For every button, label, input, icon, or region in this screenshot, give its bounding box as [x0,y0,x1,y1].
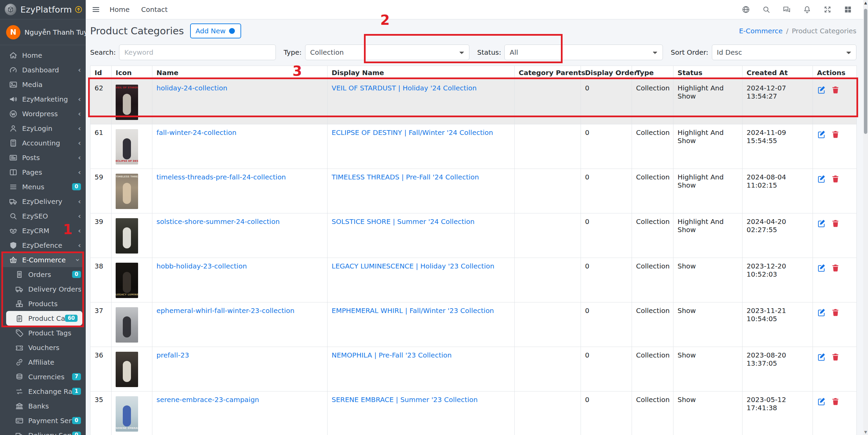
trash-icon[interactable] [831,174,840,184]
trash-icon[interactable] [831,397,840,406]
sidebar-item-banks[interactable]: Banks [0,399,86,413]
type-select[interactable]: Collection [305,45,469,60]
user-panel[interactable]: N Nguyễn Thanh Tuyền [0,19,86,45]
trash-icon[interactable] [831,85,840,94]
trash-icon[interactable] [831,263,840,273]
trash-icon[interactable] [831,219,840,228]
search-input[interactable] [119,45,276,60]
column-header-name: Name [152,66,328,80]
edit-icon[interactable] [817,174,826,184]
category-display-name-link[interactable]: VEIL OF STARDUST | Holiday '24 Collectio… [332,84,477,92]
sidebar-item-orders[interactable]: Orders0 [0,267,86,282]
edit-icon[interactable] [817,397,826,406]
category-display-name-link[interactable]: SOLSTICE SHORE | Summer '24 Collection [332,218,474,226]
edit-icon[interactable] [817,85,826,94]
cell-display-order: 0 [581,347,632,392]
category-display-name-link[interactable]: ECLIPSE OF DESTINY | Fall/Winter '24 Col… [332,128,493,137]
category-name-link[interactable]: prefall-23 [156,351,189,359]
category-display-name-link[interactable]: TIMELESS THREADS | Pre-Fall '24 Collecti… [332,173,479,181]
topnav-link-contact[interactable]: Contact [141,5,168,14]
plus-circle-icon [228,27,236,35]
category-name-link[interactable]: serene-embrace-23-campaign [156,396,259,404]
breadcrumb-ecommerce-link[interactable]: E-Commerce [739,27,783,35]
sidebar-item-label: Currencies [28,373,65,381]
globe-icon[interactable] [741,5,750,14]
category-name-link[interactable]: ephemeral-whirl-fall-winter-23-collectio… [156,307,295,315]
sidebar-item-e-commerce[interactable]: E-Commerce‹ [2,253,84,267]
cell-type: Collection [632,213,673,258]
sidebar-item-accounting[interactable]: Accounting‹ [0,136,86,150]
category-display-name-link[interactable]: SERENE EMBRACE | Summer '23 Collection [332,396,478,404]
trash-icon[interactable] [831,130,840,139]
cell-icon [112,347,152,392]
sidebar-item-ezylogin[interactable]: EzyLogin‹ [0,121,86,136]
grid-icon[interactable] [844,5,852,14]
edit-icon[interactable] [817,352,826,362]
sidebar-item-ezyseo[interactable]: EzySEO‹ [0,209,86,223]
add-new-button[interactable]: Add New [190,23,241,38]
sidebar-item-posts[interactable]: Posts‹ [0,150,86,165]
category-display-name-link[interactable]: EMPHEMERAL WHIRL | Fall/Winter '23 Colle… [332,307,494,315]
page-scrollbar[interactable]: ▲ ▼ [863,0,868,435]
category-name-link[interactable]: holiday-24-collection [156,84,227,92]
category-display-name-link[interactable]: NEMOPHILA | Pre-Fall '23 Collection [332,351,452,359]
sidebar-item-vouchers[interactable]: Vouchers [0,340,86,355]
sidebar-item-home[interactable]: Home [0,48,86,63]
scrollbar-down-arrow[interactable]: ▼ [863,430,868,434]
sidebar-item-ezycrm[interactable]: EzyCRM‹ [0,223,86,238]
sidebar-item-product-tags[interactable]: Product Tags [0,326,86,340]
sidebar-item-media[interactable]: Media [0,77,86,92]
sidebar-item-currencies[interactable]: Currencies7 [0,369,86,384]
category-name-link[interactable]: timeless-threads-pre-fall-24-collection [156,173,286,181]
sidebar-item-pages[interactable]: Pages‹ [0,165,86,179]
cell-icon: ECLIPSE OF DESTINY [112,124,152,169]
page-title: Product Categories [90,25,184,37]
sidebar-item-payment-services[interactable]: Payment Services0 [0,413,86,428]
category-display-name-link[interactable]: LEGACY LUMINESCENCE | Holiday '23 Collec… [332,262,494,270]
sidebar-item-delivery-orders[interactable]: Delivery Orders [0,282,86,296]
sidebar-item-products[interactable]: Products [0,296,86,311]
scrollbar-thumb[interactable] [864,9,867,134]
scrollbar-up-arrow[interactable]: ▲ [863,1,868,5]
expand-icon[interactable] [823,5,832,14]
status-select[interactable]: All [504,45,663,60]
trash-icon[interactable] [831,352,840,362]
category-name-link[interactable]: solstice-shore-summer-24-collection [156,218,280,226]
cell-category-parents [515,213,581,258]
chats-icon[interactable] [782,5,791,14]
topnav-link-home[interactable]: Home [110,5,130,14]
brand[interactable]: EzyPlatform [0,0,86,19]
hamburger-menu-icon[interactable] [91,5,101,14]
thumbnail-figure [123,227,131,248]
cell-id: 59 [90,169,112,213]
chevron-left-icon: ‹ [78,125,81,132]
edit-icon[interactable] [817,219,826,228]
edit-icon[interactable] [817,263,826,273]
sidebar-item-product-categories[interactable]: Product Categories60 [6,311,82,326]
table-row-62: 62VEIL OF STARDUSTholiday-24-collectionV… [90,80,857,124]
trash-icon[interactable] [831,308,840,317]
table-row-39: 39solstice-shore-summer-24-collectionSOL… [90,213,857,258]
sidebar-item-wordpress[interactable]: Wordpress‹ [0,106,86,121]
sort-order-select[interactable]: Id Desc [712,45,856,60]
edit-icon[interactable] [817,308,826,317]
category-name-link[interactable]: hobb-holiday-23-collection [156,262,247,270]
handshake-icon [9,226,18,235]
sidebar-item-menus[interactable]: Menus0 [0,179,86,194]
sidebar-item-delivery-services[interactable]: Delivery Services0 [0,428,86,435]
home-icon [9,51,18,60]
upgrade-icon[interactable] [74,5,83,14]
bell-icon[interactable] [803,5,812,14]
sidebar-item-affiliate[interactable]: Affiliate [0,355,86,369]
edit-icon[interactable] [817,130,826,139]
boxes-icon [15,299,24,308]
cell-icon [112,213,152,258]
cell-status: Show [673,347,742,392]
search-icon[interactable] [762,5,771,14]
category-name-link[interactable]: fall-winter-24-collection [156,128,236,137]
sidebar-item-exchange-rates[interactable]: Exchange Rates1 [0,384,86,399]
sidebar-item-ezydelivery[interactable]: EzyDelivery‹ [0,194,86,209]
sidebar-item-ezymarketing[interactable]: EzyMarketing‹ [0,92,86,106]
sidebar-item-ezydefence[interactable]: EzyDefence‹ [0,238,86,253]
sidebar-item-dashboard[interactable]: Dashboard‹ [0,63,86,77]
